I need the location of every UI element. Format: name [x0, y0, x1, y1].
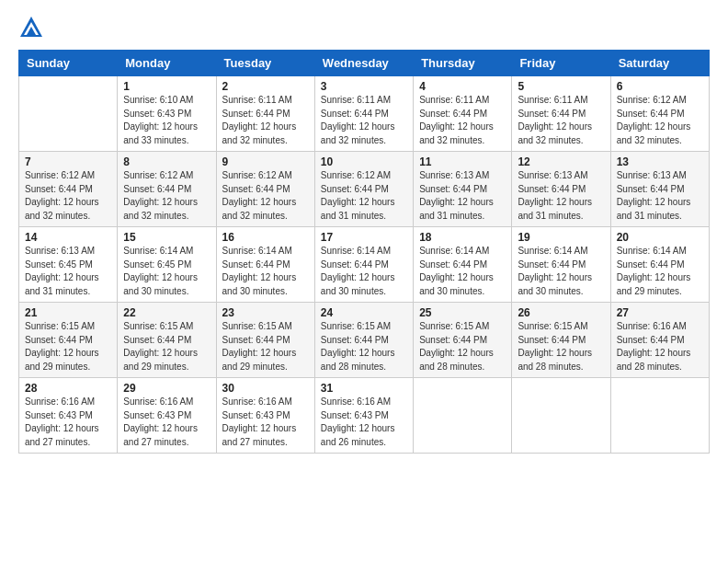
week-row-2: 7Sunrise: 6:12 AM Sunset: 6:44 PM Daylig…	[19, 152, 710, 227]
day-number: 31	[321, 382, 407, 395]
day-info: Sunrise: 6:11 AM Sunset: 6:44 PM Dayligh…	[321, 94, 407, 147]
day-number: 30	[222, 382, 309, 395]
day-number: 25	[419, 306, 506, 319]
day-info: Sunrise: 6:14 AM Sunset: 6:44 PM Dayligh…	[222, 245, 309, 298]
col-thursday: Thursday	[414, 51, 512, 76]
day-number: 23	[222, 306, 309, 319]
calendar-cell: 1Sunrise: 6:10 AM Sunset: 6:43 PM Daylig…	[118, 76, 216, 152]
day-info: Sunrise: 6:16 AM Sunset: 6:44 PM Dayligh…	[617, 320, 703, 373]
day-info: Sunrise: 6:14 AM Sunset: 6:44 PM Dayligh…	[617, 245, 703, 298]
day-number: 9	[222, 155, 309, 168]
calendar-cell: 12Sunrise: 6:13 AM Sunset: 6:44 PM Dayli…	[512, 152, 610, 227]
day-number: 28	[25, 382, 111, 395]
calendar-cell: 5Sunrise: 6:11 AM Sunset: 6:44 PM Daylig…	[512, 76, 610, 152]
day-number: 4	[419, 80, 506, 93]
calendar-cell: 3Sunrise: 6:11 AM Sunset: 6:44 PM Daylig…	[314, 76, 413, 152]
logo	[18, 15, 48, 40]
week-row-3: 14Sunrise: 6:13 AM Sunset: 6:45 PM Dayli…	[19, 227, 710, 303]
day-number: 10	[321, 155, 407, 168]
day-info: Sunrise: 6:11 AM Sunset: 6:44 PM Dayligh…	[222, 94, 309, 147]
calendar-cell: 26Sunrise: 6:15 AM Sunset: 6:44 PM Dayli…	[512, 303, 610, 378]
day-number: 2	[222, 80, 309, 93]
day-number: 29	[123, 382, 210, 395]
calendar-cell	[19, 76, 118, 152]
day-info: Sunrise: 6:11 AM Sunset: 6:44 PM Dayligh…	[518, 94, 604, 147]
day-number: 8	[123, 155, 210, 168]
day-number: 16	[222, 231, 309, 244]
col-wednesday: Wednesday	[314, 51, 413, 76]
col-friday: Friday	[512, 51, 610, 76]
calendar-cell: 28Sunrise: 6:16 AM Sunset: 6:43 PM Dayli…	[19, 378, 118, 454]
day-info: Sunrise: 6:16 AM Sunset: 6:43 PM Dayligh…	[123, 396, 210, 449]
day-info: Sunrise: 6:12 AM Sunset: 6:44 PM Dayligh…	[321, 169, 407, 223]
day-number: 11	[419, 155, 506, 168]
day-number: 22	[123, 306, 210, 319]
col-saturday: Saturday	[610, 51, 709, 76]
day-info: Sunrise: 6:12 AM Sunset: 6:44 PM Dayligh…	[222, 169, 309, 223]
calendar-cell: 16Sunrise: 6:14 AM Sunset: 6:44 PM Dayli…	[216, 227, 314, 303]
logo-icon	[18, 15, 44, 40]
day-info: Sunrise: 6:16 AM Sunset: 6:43 PM Dayligh…	[25, 396, 111, 449]
calendar-cell	[610, 378, 709, 454]
day-number: 26	[518, 306, 604, 319]
day-info: Sunrise: 6:13 AM Sunset: 6:44 PM Dayligh…	[518, 169, 604, 223]
calendar-cell: 27Sunrise: 6:16 AM Sunset: 6:44 PM Dayli…	[610, 303, 709, 378]
day-number: 12	[518, 155, 604, 168]
day-number: 19	[518, 231, 604, 244]
week-row-5: 28Sunrise: 6:16 AM Sunset: 6:43 PM Dayli…	[19, 378, 710, 454]
calendar-cell: 21Sunrise: 6:15 AM Sunset: 6:44 PM Dayli…	[19, 303, 118, 378]
day-info: Sunrise: 6:13 AM Sunset: 6:45 PM Dayligh…	[25, 245, 111, 298]
col-monday: Monday	[118, 51, 216, 76]
day-number: 21	[25, 306, 111, 319]
calendar-cell: 6Sunrise: 6:12 AM Sunset: 6:44 PM Daylig…	[610, 76, 709, 152]
day-info: Sunrise: 6:16 AM Sunset: 6:43 PM Dayligh…	[321, 396, 407, 449]
day-info: Sunrise: 6:13 AM Sunset: 6:44 PM Dayligh…	[419, 169, 506, 223]
calendar-cell: 31Sunrise: 6:16 AM Sunset: 6:43 PM Dayli…	[314, 378, 413, 454]
calendar-cell: 19Sunrise: 6:14 AM Sunset: 6:44 PM Dayli…	[512, 227, 610, 303]
day-number: 15	[123, 231, 210, 244]
day-number: 27	[617, 306, 703, 319]
day-info: Sunrise: 6:11 AM Sunset: 6:44 PM Dayligh…	[419, 94, 506, 147]
calendar-cell: 22Sunrise: 6:15 AM Sunset: 6:44 PM Dayli…	[118, 303, 216, 378]
calendar-cell	[512, 378, 610, 454]
day-number: 1	[123, 80, 210, 93]
day-info: Sunrise: 6:15 AM Sunset: 6:44 PM Dayligh…	[321, 320, 407, 373]
day-number: 14	[25, 231, 111, 244]
calendar-cell: 8Sunrise: 6:12 AM Sunset: 6:44 PM Daylig…	[118, 152, 216, 227]
day-info: Sunrise: 6:14 AM Sunset: 6:44 PM Dayligh…	[518, 245, 604, 298]
calendar-cell: 25Sunrise: 6:15 AM Sunset: 6:44 PM Dayli…	[414, 303, 512, 378]
day-number: 3	[321, 80, 407, 93]
day-info: Sunrise: 6:14 AM Sunset: 6:45 PM Dayligh…	[123, 245, 210, 298]
calendar-cell: 17Sunrise: 6:14 AM Sunset: 6:44 PM Dayli…	[314, 227, 413, 303]
calendar-cell: 14Sunrise: 6:13 AM Sunset: 6:45 PM Dayli…	[19, 227, 118, 303]
calendar-cell: 13Sunrise: 6:13 AM Sunset: 6:44 PM Dayli…	[610, 152, 709, 227]
day-info: Sunrise: 6:15 AM Sunset: 6:44 PM Dayligh…	[419, 320, 506, 373]
day-number: 24	[321, 306, 407, 319]
day-number: 13	[617, 155, 703, 168]
day-info: Sunrise: 6:12 AM Sunset: 6:44 PM Dayligh…	[25, 169, 111, 223]
calendar-cell: 9Sunrise: 6:12 AM Sunset: 6:44 PM Daylig…	[216, 152, 314, 227]
day-info: Sunrise: 6:15 AM Sunset: 6:44 PM Dayligh…	[518, 320, 604, 373]
calendar-cell: 7Sunrise: 6:12 AM Sunset: 6:44 PM Daylig…	[19, 152, 118, 227]
day-number: 20	[617, 231, 703, 244]
day-info: Sunrise: 6:12 AM Sunset: 6:44 PM Dayligh…	[617, 94, 703, 147]
calendar-cell: 2Sunrise: 6:11 AM Sunset: 6:44 PM Daylig…	[216, 76, 314, 152]
calendar-cell: 4Sunrise: 6:11 AM Sunset: 6:44 PM Daylig…	[414, 76, 512, 152]
calendar-table: Sunday Monday Tuesday Wednesday Thursday…	[18, 50, 710, 454]
week-row-1: 1Sunrise: 6:10 AM Sunset: 6:43 PM Daylig…	[19, 76, 710, 152]
day-info: Sunrise: 6:13 AM Sunset: 6:44 PM Dayligh…	[617, 169, 703, 223]
day-number: 7	[25, 155, 111, 168]
day-info: Sunrise: 6:16 AM Sunset: 6:43 PM Dayligh…	[222, 396, 309, 449]
calendar-cell: 15Sunrise: 6:14 AM Sunset: 6:45 PM Dayli…	[118, 227, 216, 303]
day-info: Sunrise: 6:14 AM Sunset: 6:44 PM Dayligh…	[419, 245, 506, 298]
day-info: Sunrise: 6:10 AM Sunset: 6:43 PM Dayligh…	[123, 94, 210, 147]
calendar-cell: 10Sunrise: 6:12 AM Sunset: 6:44 PM Dayli…	[314, 152, 413, 227]
calendar-cell: 30Sunrise: 6:16 AM Sunset: 6:43 PM Dayli…	[216, 378, 314, 454]
page: Sunday Monday Tuesday Wednesday Thursday…	[0, 0, 728, 563]
day-info: Sunrise: 6:15 AM Sunset: 6:44 PM Dayligh…	[123, 320, 210, 373]
day-info: Sunrise: 6:15 AM Sunset: 6:44 PM Dayligh…	[222, 320, 309, 373]
day-info: Sunrise: 6:15 AM Sunset: 6:44 PM Dayligh…	[25, 320, 111, 373]
day-number: 18	[419, 231, 506, 244]
calendar-cell: 11Sunrise: 6:13 AM Sunset: 6:44 PM Dayli…	[414, 152, 512, 227]
calendar-cell: 29Sunrise: 6:16 AM Sunset: 6:43 PM Dayli…	[118, 378, 216, 454]
